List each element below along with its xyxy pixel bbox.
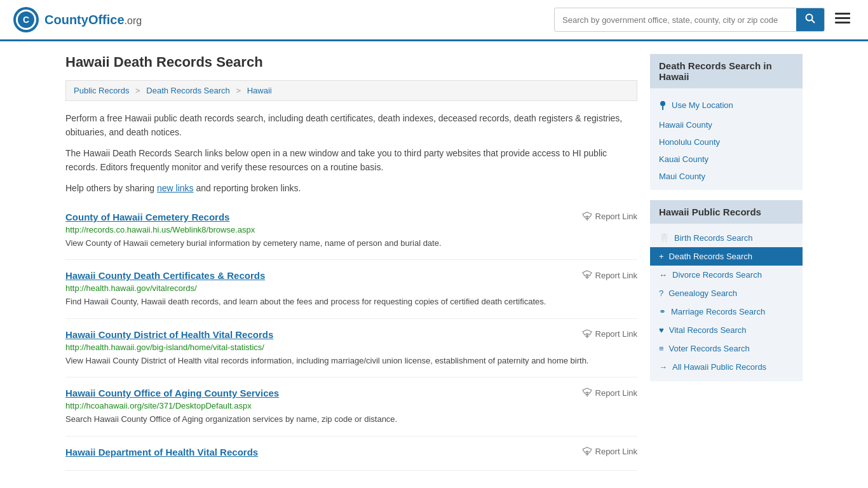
sidebar-item-label: Genealogy Search — [668, 288, 737, 298]
sidebar-public-records-item[interactable]: 🦷 Birth Records Search — [650, 229, 803, 247]
record-title: Hawaii Department of Health Vital Record… — [65, 447, 258, 458]
report-icon — [582, 329, 592, 339]
sidebar-counties: Hawaii CountyHonolulu CountyKauai County… — [650, 116, 803, 185]
new-links-link[interactable]: new links — [157, 183, 194, 193]
description-3: Help others by sharing new links and rep… — [65, 181, 637, 195]
breadcrumb-sep-2: > — [236, 86, 241, 95]
sidebar-public-records-item[interactable]: + Death Records Search — [650, 247, 803, 266]
sidebar-item-label: Vital Records Search — [669, 325, 747, 335]
sidebar-item-icon: + — [659, 252, 664, 261]
record-title: Hawaii County Death Certificates & Recor… — [65, 270, 265, 281]
sidebar-item-icon: ♥ — [659, 325, 664, 335]
sidebar-death-search-section: Death Records Search in Hawaii Use My Lo… — [650, 54, 803, 190]
sidebar-public-records-item[interactable]: ≡ Voter Records Search — [650, 339, 803, 358]
report-link-label: Report Link — [595, 447, 637, 456]
search-icon — [805, 13, 815, 24]
record-url: http://hcoahawaii.org/site/371/DesktopDe… — [65, 401, 637, 410]
sidebar-item-label: Death Records Search — [669, 252, 753, 261]
description-2: The Hawaii Death Records Search links be… — [65, 146, 637, 175]
sidebar-item-label: All Hawaii Public Records — [672, 362, 766, 372]
svg-rect-6 — [835, 13, 850, 15]
svg-rect-8 — [835, 22, 850, 24]
sidebar-death-search-title: Death Records Search in Hawaii — [650, 54, 803, 88]
record-title-link[interactable]: Hawaii County Office of Aging County Ser… — [65, 388, 279, 398]
record-title-link[interactable]: Hawaii County District of Health Vital R… — [65, 329, 273, 340]
sidebar-public-records-body: 🦷 Birth Records Search + Death Records S… — [650, 224, 803, 381]
breadcrumb: Public Records > Death Records Search > … — [65, 80, 637, 101]
search-input[interactable] — [555, 10, 796, 30]
page-title: Hawaii Death Records Search — [65, 54, 637, 71]
sidebar-county-link[interactable]: Kauai County — [650, 151, 803, 168]
breadcrumb-death-records[interactable]: Death Records Search — [146, 86, 230, 95]
menu-button[interactable] — [830, 9, 855, 30]
sidebar-public-records-title: Hawaii Public Records — [650, 200, 803, 224]
use-my-location-label: Use My Location — [672, 100, 733, 110]
record-url: http://records.co.hawaii.hi.us/Weblink8/… — [65, 225, 637, 234]
sidebar-public-records-section: Hawaii Public Records 🦷 Birth Records Se… — [650, 200, 803, 381]
records-list: County of Hawaii Cemetery Records Report… — [65, 201, 637, 471]
sidebar-public-records-item[interactable]: ♥ Vital Records Search — [650, 321, 803, 339]
search-button[interactable] — [796, 8, 824, 31]
report-icon — [582, 388, 592, 398]
logo-text: CountyOffice.org — [44, 13, 142, 27]
search-box — [554, 8, 825, 32]
sidebar-public-records-item[interactable]: ↔ Divorce Records Search — [650, 266, 803, 284]
record-header: Hawaii County District of Health Vital R… — [65, 329, 637, 340]
record-title-link[interactable]: Hawaii County Death Certificates & Recor… — [65, 270, 265, 281]
record-description: Search Hawaii County Office of Aging org… — [65, 413, 637, 426]
record-title: Hawaii County District of Health Vital R… — [65, 329, 273, 340]
record-title: County of Hawaii Cemetery Records — [65, 212, 229, 222]
sidebar-item-label: Voter Records Search — [669, 344, 750, 353]
sidebar-death-search-body: Use My Location Hawaii CountyHonolulu Co… — [650, 88, 803, 190]
main-container: Hawaii Death Records Search Public Recor… — [53, 41, 815, 484]
site-header: C CountyOffice.org — [0, 0, 868, 41]
breadcrumb-sep-1: > — [135, 86, 140, 95]
record-header: County of Hawaii Cemetery Records Report… — [65, 212, 637, 222]
record-description: View County of Hawaii cemetery burial in… — [65, 237, 637, 250]
location-icon — [659, 100, 667, 110]
site-logo-icon: C — [13, 6, 39, 33]
report-icon — [582, 212, 592, 222]
breadcrumb-public-records[interactable]: Public Records — [74, 86, 129, 95]
sidebar-county-link[interactable]: Hawaii County — [650, 116, 803, 133]
record-description: View Hawaii County District of Health vi… — [65, 355, 637, 367]
record-header: Hawaii Department of Health Vital Record… — [65, 447, 637, 458]
record-url: http://health.hawaii.gov/vitalrecords/ — [65, 283, 637, 293]
report-link-label: Report Link — [595, 388, 637, 398]
sidebar-public-records-list: 🦷 Birth Records Search + Death Records S… — [650, 229, 803, 376]
record-item: Hawaii Department of Health Vital Record… — [65, 437, 637, 471]
sidebar: Death Records Search in Hawaii Use My Lo… — [650, 54, 803, 471]
sidebar-use-location[interactable]: Use My Location — [650, 93, 803, 116]
report-link[interactable]: Report Link — [582, 388, 637, 398]
sidebar-public-records-item[interactable]: ? Genealogy Search — [650, 284, 803, 302]
sidebar-item-icon: ? — [659, 288, 663, 298]
report-link[interactable]: Report Link — [582, 270, 637, 280]
svg-line-5 — [812, 20, 815, 24]
sidebar-item-label: Birth Records Search — [674, 233, 753, 243]
sidebar-county-link[interactable]: Honolulu County — [650, 133, 803, 151]
breadcrumb-hawaii[interactable]: Hawaii — [247, 86, 272, 95]
record-title-link[interactable]: County of Hawaii Cemetery Records — [65, 212, 229, 222]
svg-text:C: C — [23, 15, 29, 25]
report-link-label: Report Link — [595, 271, 637, 280]
svg-rect-7 — [835, 17, 850, 19]
report-link[interactable]: Report Link — [582, 212, 637, 222]
report-link[interactable]: Report Link — [582, 447, 637, 457]
record-title-link[interactable]: Hawaii Department of Health Vital Record… — [65, 447, 258, 458]
record-item: Hawaii County Office of Aging County Ser… — [65, 377, 637, 437]
sidebar-public-records-item[interactable]: ⚭ Marriage Records Search — [650, 302, 803, 321]
sidebar-item-icon: ≡ — [659, 344, 664, 353]
report-icon — [582, 270, 592, 280]
sidebar-county-link[interactable]: Maui County — [650, 168, 803, 185]
record-item: County of Hawaii Cemetery Records Report… — [65, 201, 637, 261]
sidebar-item-label: Divorce Records Search — [672, 270, 762, 280]
logo-area: C CountyOffice.org — [13, 6, 142, 33]
svg-point-4 — [806, 15, 813, 21]
report-link[interactable]: Report Link — [582, 329, 637, 339]
record-item: Hawaii County District of Health Vital R… — [65, 319, 637, 378]
sidebar-public-records-item[interactable]: → All Hawaii Public Records — [650, 358, 803, 376]
description-1: Perform a free Hawaii public death recor… — [65, 111, 637, 140]
svg-point-19 — [660, 101, 665, 106]
record-title: Hawaii County Office of Aging County Ser… — [65, 388, 279, 398]
content-area: Hawaii Death Records Search Public Recor… — [65, 54, 637, 471]
